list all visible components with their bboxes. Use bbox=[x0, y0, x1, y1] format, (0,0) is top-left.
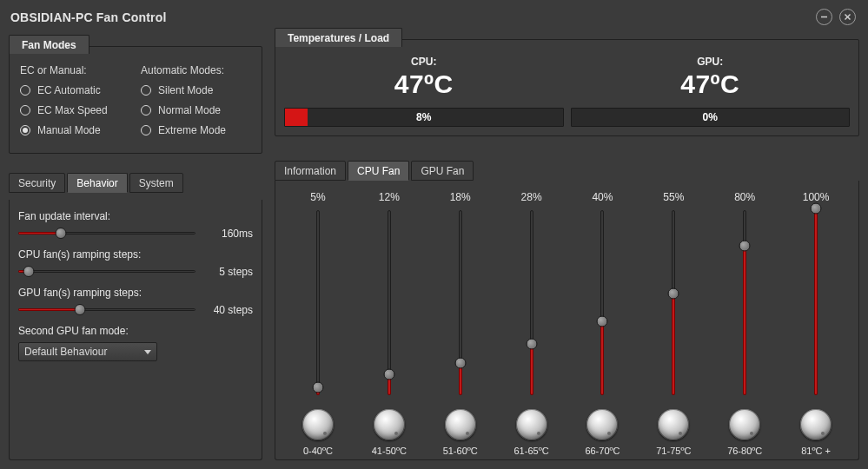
fan-tab-cpu-fan[interactable]: CPU Fan bbox=[348, 161, 409, 181]
gpu-ramp-slider[interactable] bbox=[18, 304, 195, 316]
window-title: OBSIDIAN-PC Fan Control bbox=[10, 10, 167, 24]
fan-zone-7: 100%81ºC + bbox=[780, 191, 851, 456]
fan-zone-knob[interactable] bbox=[586, 409, 618, 440]
fan-zone-knob[interactable] bbox=[302, 409, 334, 440]
radio-ec-1[interactable]: EC Max Speed bbox=[20, 104, 130, 116]
behavior-tabstrip: SecurityBehaviorSystem bbox=[9, 173, 262, 193]
gpu-temp-column: GPU: 47ºC 0% bbox=[571, 50, 851, 127]
fan-tabstrip: InformationCPU FanGPU Fan bbox=[275, 161, 859, 181]
fan-zone-range: 0-40ºC bbox=[303, 446, 333, 456]
fan-zone-pct: 80% bbox=[734, 191, 755, 203]
ec-heading: EC or Manual: bbox=[20, 64, 130, 76]
fan-zone-knob[interactable] bbox=[658, 409, 689, 440]
behavior-panel: Fan update interval: 160ms CPU fan(s) ra… bbox=[9, 200, 262, 460]
gpu-temperature: 47ºC bbox=[680, 69, 739, 99]
fan-zone-pct: 12% bbox=[379, 191, 400, 203]
fan-zone-4: 40%66-70ºC bbox=[567, 191, 639, 456]
radio-icon bbox=[141, 105, 151, 116]
fan-zone-range: 71-75ºC bbox=[656, 446, 691, 456]
fan-curve-panel: 5%0-40ºC12%41-50ºC18%51-60ºC28%61-65ºC40… bbox=[275, 181, 859, 460]
title-bar: OBSIDIAN-PC Fan Control bbox=[5, 5, 863, 30]
fan-modes-tab: Fan Modes bbox=[9, 35, 89, 54]
fan-zone-slider[interactable] bbox=[807, 208, 825, 397]
setting-second-gpu: Second GPU fan mode: Default Behaviour bbox=[18, 325, 253, 361]
setting-cpu-ramping: CPU fan(s) ramping steps: 5 steps bbox=[18, 248, 253, 278]
radio-icon bbox=[141, 125, 151, 135]
fan-zone-knob[interactable] bbox=[516, 409, 547, 440]
fan-zone-slider[interactable] bbox=[309, 208, 327, 397]
fan-zone-range: 81ºC + bbox=[801, 446, 831, 456]
fan-zone-1: 12%41-50ºC bbox=[354, 191, 425, 456]
tab-security[interactable]: Security bbox=[9, 173, 65, 193]
fan-zone-pct: 40% bbox=[592, 191, 613, 203]
fan-zone-2: 18%51-60ºC bbox=[425, 191, 496, 456]
tab-behavior[interactable]: Behavior bbox=[67, 173, 127, 193]
fan-zone-range: 51-60ºC bbox=[443, 446, 478, 456]
fan-zone-range: 66-70ºC bbox=[585, 446, 620, 456]
fan-zone-knob[interactable] bbox=[729, 409, 760, 440]
radio-icon bbox=[20, 85, 30, 96]
fan-tab-gpu-fan[interactable]: GPU Fan bbox=[411, 161, 474, 181]
setting-update-interval: Fan update interval: 160ms bbox=[18, 210, 253, 240]
fan-modes-panel: Fan Modes EC or Manual: EC AutomaticEC M… bbox=[9, 46, 262, 154]
app-window: OBSIDIAN-PC Fan Control Fan Modes EC or … bbox=[0, 0, 868, 469]
fan-tab-information[interactable]: Information bbox=[275, 161, 346, 181]
radio-auto-0[interactable]: Silent Mode bbox=[141, 84, 251, 96]
fan-zone-6: 80%76-80ºC bbox=[709, 191, 780, 456]
tab-system[interactable]: System bbox=[129, 173, 183, 193]
fan-zone-knob[interactable] bbox=[445, 409, 476, 440]
radio-icon bbox=[20, 125, 30, 135]
minimize-button[interactable] bbox=[816, 9, 832, 25]
radio-icon bbox=[141, 85, 151, 96]
radio-auto-2[interactable]: Extreme Mode bbox=[141, 124, 251, 136]
fan-zone-slider[interactable] bbox=[452, 208, 469, 397]
fan-zone-knob[interactable] bbox=[374, 409, 405, 440]
radio-ec-0[interactable]: EC Automatic bbox=[20, 84, 130, 96]
fan-zone-slider[interactable] bbox=[593, 208, 611, 397]
cpu-load-bar: 8% bbox=[284, 108, 564, 127]
fan-zone-knob[interactable] bbox=[800, 409, 832, 440]
close-button[interactable] bbox=[839, 9, 856, 25]
fan-zone-5: 55%71-75ºC bbox=[638, 191, 709, 456]
temperatures-panel: Temperatures / Load CPU: 47ºC 8% GPU: 47… bbox=[275, 39, 859, 136]
close-icon bbox=[843, 12, 852, 22]
temperatures-tab: Temperatures / Load bbox=[275, 28, 402, 47]
gpu-load-bar: 0% bbox=[571, 108, 851, 127]
fan-zone-slider[interactable] bbox=[736, 208, 753, 397]
radio-ec-2[interactable]: Manual Mode bbox=[20, 124, 130, 136]
update-interval-slider[interactable] bbox=[18, 228, 195, 240]
setting-gpu-ramping: GPU fan(s) ramping steps: 40 steps bbox=[18, 287, 253, 316]
auto-heading: Automatic Modes: bbox=[141, 64, 251, 76]
minimize-icon bbox=[819, 12, 829, 22]
fan-zone-slider[interactable] bbox=[381, 208, 398, 397]
fan-zone-0: 5%0-40ºC bbox=[282, 191, 354, 456]
radio-icon bbox=[20, 105, 30, 116]
fan-zone-pct: 18% bbox=[450, 191, 471, 203]
second-gpu-dropdown[interactable]: Default Behaviour bbox=[18, 342, 157, 361]
fan-zone-range: 76-80ºC bbox=[727, 446, 762, 456]
fan-zone-pct: 5% bbox=[310, 191, 325, 203]
fan-zone-range: 41-50ºC bbox=[372, 446, 407, 456]
fan-zone-slider[interactable] bbox=[665, 208, 682, 397]
fan-zone-range: 61-65ºC bbox=[514, 446, 549, 456]
fan-zone-pct: 28% bbox=[521, 191, 542, 203]
fan-zone-pct: 100% bbox=[803, 191, 830, 203]
cpu-temperature: 47ºC bbox=[394, 69, 454, 99]
cpu-temp-column: CPU: 47ºC 8% bbox=[284, 50, 564, 127]
radio-auto-1[interactable]: Normal Mode bbox=[141, 104, 251, 116]
cpu-ramp-slider[interactable] bbox=[18, 266, 195, 278]
fan-zone-slider[interactable] bbox=[523, 208, 540, 397]
chevron-down-icon bbox=[144, 350, 151, 354]
fan-zone-3: 28%61-65ºC bbox=[496, 191, 567, 456]
fan-zone-pct: 55% bbox=[663, 191, 684, 203]
